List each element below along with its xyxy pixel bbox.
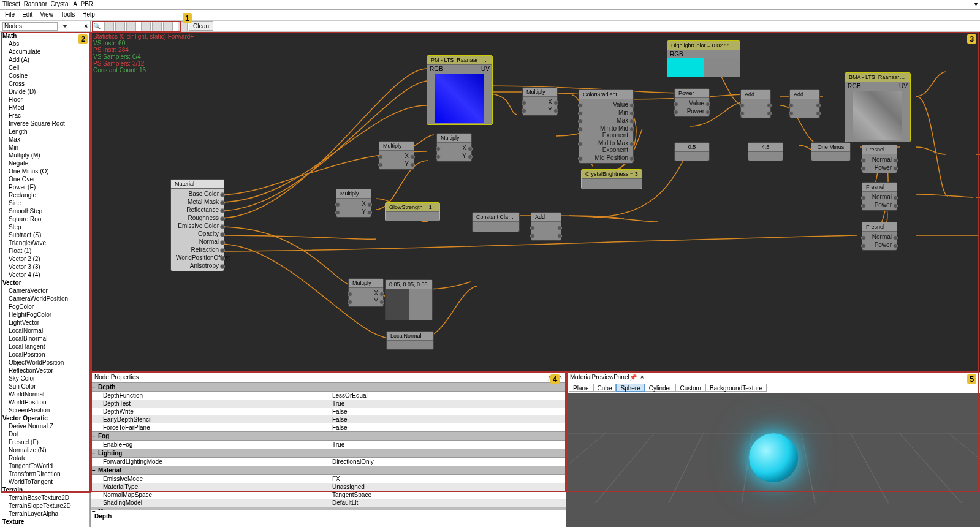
copy-icon[interactable] bbox=[152, 21, 162, 31]
tree-item[interactable]: CameraWorldPosition bbox=[0, 295, 89, 303]
tree-item[interactable]: LocalNormal bbox=[0, 327, 89, 335]
material-pin[interactable]: Emissive Color bbox=[173, 222, 221, 230]
tree-item[interactable]: FogColor bbox=[0, 303, 89, 311]
tree-item[interactable]: WorldNormal bbox=[0, 390, 89, 398]
preview-tab-sphere[interactable]: Sphere bbox=[616, 384, 644, 392]
tree-item[interactable]: ScreenPosition bbox=[0, 406, 89, 414]
tree-item[interactable]: WorldPosition bbox=[0, 398, 89, 406]
multiply-node[interactable]: MultiplyXY bbox=[348, 278, 384, 307]
preview-tab-backgroundtexture[interactable]: BackgroundTexture bbox=[705, 384, 767, 392]
prop-row[interactable]: EnableFogTrue bbox=[91, 441, 566, 449]
tree-item[interactable]: Min bbox=[0, 143, 89, 151]
prop-row[interactable]: DepthTestTrue bbox=[91, 400, 566, 408]
bma-texture-node[interactable]: BMA - LTS_Raanaar_Lamp_Cry... RGBUV bbox=[845, 72, 911, 142]
tree-item[interactable]: Derive Normal Z bbox=[0, 422, 89, 430]
material-pin[interactable]: Refraction bbox=[173, 246, 221, 254]
tree-item[interactable]: Floor bbox=[0, 96, 89, 104]
properties-list[interactable]: DepthDepthFunctionLessOrEqualDepthTestTr… bbox=[91, 382, 566, 510]
nodes-title-dropdown[interactable] bbox=[2, 22, 58, 31]
tree-item[interactable]: CameraVector bbox=[0, 287, 89, 295]
tree-category[interactable]: Vector bbox=[0, 279, 89, 287]
add-node[interactable]: Add bbox=[789, 89, 820, 118]
preview-tab-plane[interactable]: Plane bbox=[569, 384, 593, 392]
tree-item[interactable]: One Over bbox=[0, 175, 89, 183]
tree-item[interactable]: Power (E) bbox=[0, 183, 89, 191]
multiply-node[interactable]: MultiplyXY bbox=[522, 87, 558, 116]
tree-item[interactable]: Ceil bbox=[0, 64, 89, 72]
menu-file[interactable]: File bbox=[5, 11, 15, 19]
menu-edit[interactable]: Edit bbox=[22, 11, 32, 19]
tree-item[interactable]: ObjectWorldPosition bbox=[0, 358, 89, 366]
one-minus-node[interactable]: One Minus bbox=[811, 142, 851, 161]
menu-view[interactable]: View bbox=[40, 11, 53, 19]
material-pin[interactable]: Normal bbox=[173, 238, 221, 246]
tree-item[interactable]: Divide (D) bbox=[0, 88, 89, 96]
prop-row[interactable]: DepthWriteFalse bbox=[91, 408, 566, 415]
prop-row[interactable]: NormalMapSpaceTangentSpace bbox=[91, 491, 566, 499]
material-pin[interactable]: Base Color bbox=[173, 190, 221, 198]
constant-clamp-node[interactable]: Constant Clamp bbox=[472, 212, 520, 232]
document-tab[interactable]: Tileset_Raanaar_Crystal_A_PBR bbox=[2, 1, 93, 7]
const-node[interactable]: 0.5 bbox=[674, 142, 710, 161]
tree-item[interactable]: LightVector bbox=[0, 319, 89, 327]
tree-item[interactable]: TriangleWave bbox=[0, 239, 89, 247]
tree-item[interactable]: Inverse Square Root bbox=[0, 119, 89, 127]
tree-item[interactable]: Max bbox=[0, 135, 89, 143]
tree-item[interactable]: Dot bbox=[0, 430, 89, 438]
power-node[interactable]: PowerValuePower bbox=[674, 88, 710, 117]
node-tree[interactable]: MathAbsAccumulateAdd (A)CeilCosineCrossD… bbox=[0, 32, 90, 527]
clean-button[interactable]: Clean bbox=[189, 21, 213, 31]
multiply-node[interactable]: MultiplyXY bbox=[379, 141, 414, 170]
fresnel-node[interactable]: FresnelNormalPower bbox=[862, 222, 897, 251]
material-pin[interactable]: Opacity bbox=[173, 230, 221, 238]
prop-row[interactable]: EarlyDepthStencilFalse bbox=[91, 415, 566, 423]
tree-item[interactable]: ReflectionVector bbox=[0, 366, 89, 374]
crystal-brightness-node[interactable]: CrystalBrightness = 3 bbox=[581, 169, 642, 189]
open-icon[interactable] bbox=[115, 21, 125, 31]
close-icon[interactable]: × bbox=[640, 374, 644, 381]
tree-item[interactable]: TerrainSlopeTexture2D bbox=[0, 502, 89, 510]
tree-item[interactable]: Vector 2 (2) bbox=[0, 255, 89, 263]
tree-item[interactable]: Multiply (M) bbox=[0, 151, 89, 159]
cut-icon[interactable] bbox=[141, 21, 151, 31]
tree-item[interactable]: TerrainBaseTexture2D bbox=[0, 494, 89, 502]
glow-strength-node[interactable]: GlowStrength = 1 bbox=[385, 202, 440, 221]
tree-item[interactable]: LocalTangent bbox=[0, 343, 89, 351]
preview-tab-cylinder[interactable]: Cylinder bbox=[645, 384, 676, 392]
menu-tools[interactable]: Tools bbox=[61, 11, 75, 19]
tree-item[interactable]: Frac bbox=[0, 112, 89, 119]
material-pin[interactable]: Roughness bbox=[173, 214, 221, 222]
const-node[interactable]: 4.5 bbox=[748, 142, 783, 161]
tree-item[interactable]: TerrainLayerAlpha bbox=[0, 510, 89, 518]
tree-item[interactable]: Float (1) bbox=[0, 247, 89, 255]
material-pin[interactable]: WorldPositionOffset bbox=[173, 254, 221, 262]
tree-item[interactable]: Sine bbox=[0, 199, 89, 207]
prop-section[interactable]: Material bbox=[91, 466, 566, 475]
material-root-node[interactable]: Material Base ColorMetal MaskReflectance… bbox=[170, 179, 224, 271]
prop-row[interactable]: ShadingModelDefaultLit bbox=[91, 499, 566, 507]
tree-item[interactable]: Fresnel (F) bbox=[0, 438, 89, 446]
add-node[interactable]: Add bbox=[740, 89, 771, 118]
paste-icon[interactable] bbox=[163, 21, 173, 31]
tree-item[interactable]: Abs bbox=[0, 40, 89, 48]
prop-row[interactable]: EmissiveModeFX bbox=[91, 475, 566, 483]
node-graph-canvas[interactable]: Statistics (0 dir light, static) Forward… bbox=[91, 32, 980, 372]
tree-item[interactable]: Rectangle bbox=[0, 191, 89, 199]
tree-item[interactable]: Negate bbox=[0, 159, 89, 167]
local-normal-node[interactable]: LocalNormal bbox=[386, 331, 434, 350]
color-gradient-node[interactable]: ColorGradient Value Min Max Min to Mid E… bbox=[579, 89, 634, 164]
material-pin[interactable]: Anisotropy bbox=[173, 262, 221, 270]
tree-item[interactable]: Cosine bbox=[0, 72, 89, 80]
tree-item[interactable]: Normalize (N) bbox=[0, 446, 89, 454]
close-icon[interactable]: × bbox=[84, 23, 88, 29]
prop-row[interactable]: ForceToFarPlaneFalse bbox=[91, 423, 566, 431]
tree-item[interactable]: Vector 3 (3) bbox=[0, 263, 89, 271]
menu-help[interactable]: Help bbox=[82, 11, 95, 19]
highlight-color-node[interactable]: HighlightColor = 0.02775528... RGB bbox=[667, 40, 740, 77]
dropdown-icon[interactable] bbox=[63, 25, 67, 28]
prop-section[interactable]: Lighting bbox=[91, 449, 566, 458]
tree-item[interactable]: Sun Color bbox=[0, 382, 89, 390]
tree-item[interactable]: Length bbox=[0, 127, 89, 135]
tree-item[interactable]: HeightFogColor bbox=[0, 311, 89, 319]
new-icon[interactable] bbox=[104, 21, 114, 31]
